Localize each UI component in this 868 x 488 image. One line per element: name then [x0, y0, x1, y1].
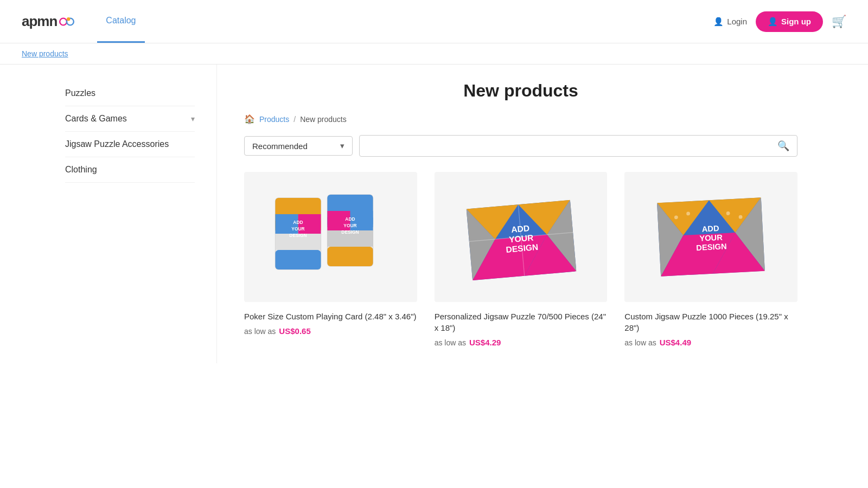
logo[interactable]: apmn [22, 13, 75, 30]
svg-point-0 [60, 18, 67, 25]
svg-text:YOUR: YOUR [699, 233, 723, 243]
sidebar-item-jigsaw-accessories[interactable]: Jigsaw Puzzle Accessories [65, 132, 195, 157]
product-image-0: ADD YOUR DESIGN ADD YOUR DESIGN [244, 172, 417, 302]
sidebar-item-puzzles[interactable]: Puzzles [65, 81, 195, 106]
header: apmn Catalog 👤 Login 👤 Sign up 🛒 [0, 0, 868, 43]
svg-rect-17 [327, 247, 373, 266]
breadcrumb-products[interactable]: Products [259, 115, 289, 124]
sidebar-item-clothing[interactable]: Clothing [65, 157, 195, 183]
sort-dropdown[interactable]: Recommended ▾ [244, 136, 353, 156]
svg-point-2 [67, 17, 70, 21]
signup-label: Sign up [781, 17, 811, 26]
products-grid: ADD YOUR DESIGN ADD YOUR DESIGN [244, 172, 797, 347]
signup-person-icon: 👤 [768, 17, 778, 27]
breadcrumb-separator: / [293, 115, 296, 124]
cart-icon: 🛒 [832, 15, 846, 28]
sidebar-label-puzzles: Puzzles [65, 88, 95, 98]
svg-text:YOUR: YOUR [291, 226, 304, 232]
product-price-prefix-2: as low as [624, 338, 656, 347]
product-image-1: ADD YOUR DESIGN [435, 172, 608, 302]
product-name-0: Poker Size Custom Playing Card (2.48" x … [244, 311, 417, 322]
search-icon: 🔍 [777, 140, 789, 151]
product-price-line-1: as low as US$4.29 [435, 338, 608, 347]
svg-text:ADD: ADD [293, 220, 303, 225]
product-name-2: Custom Jigsaw Puzzle 1000 Pieces (19.25"… [624, 311, 797, 333]
cart-button[interactable]: 🛒 [832, 15, 846, 29]
sort-arrow-icon: ▾ [340, 141, 344, 151]
product-price-line-2: as low as US$4.49 [624, 338, 797, 347]
signup-button[interactable]: 👤 Sign up [756, 11, 823, 32]
new-products-link[interactable]: New products [22, 49, 68, 58]
nav-catalog[interactable]: Catalog [97, 0, 144, 43]
filter-bar: Recommended ▾ 🔍 [244, 135, 797, 157]
sidebar-label-clothing: Clothing [65, 165, 97, 175]
product-card-2[interactable]: ADD YOUR DESIGN Custom Jigsaw Puzzle 100… [624, 172, 797, 347]
product-price-line-0: as low as US$0.65 [244, 326, 417, 336]
main-nav: Catalog [97, 0, 144, 43]
product-name-1: Personalized Jigsaw Puzzle 70/500 Pieces… [435, 311, 608, 333]
login-label: Login [727, 17, 747, 26]
svg-text:ADD: ADD [510, 223, 529, 234]
login-button[interactable]: 👤 Login [713, 17, 747, 27]
svg-rect-7 [275, 250, 321, 269]
product-card-0[interactable]: ADD YOUR DESIGN ADD YOUR DESIGN [244, 172, 417, 347]
logo-icon [58, 13, 75, 30]
sidebar-label-cards-games: Cards & Games [65, 114, 127, 124]
logo-text: apmn [22, 13, 57, 30]
page-layout: Puzzles Cards & Games ▾ Jigsaw Puzzle Ac… [43, 65, 825, 363]
svg-text:ADD: ADD [702, 224, 720, 234]
svg-text:ADD: ADD [345, 216, 355, 222]
sort-selected-label: Recommended [252, 142, 308, 151]
product-price-prefix-0: as low as [244, 327, 276, 336]
breadcrumb: 🏠 Products / New products [244, 114, 797, 124]
product-price-2: US$4.49 [660, 338, 691, 347]
product-image-2: ADD YOUR DESIGN [624, 172, 797, 302]
sidebar-label-jigsaw-accessories: Jigsaw Puzzle Accessories [65, 139, 169, 149]
svg-text:YOUR: YOUR [343, 223, 356, 228]
home-icon[interactable]: 🏠 [244, 114, 255, 124]
search-button[interactable]: 🔍 [777, 140, 789, 152]
subnav: New products [0, 43, 868, 65]
puzzle-small-svg: ADD YOUR DESIGN [452, 185, 590, 289]
main-content: New products 🏠 Products / New products R… [217, 65, 825, 363]
search-input[interactable] [367, 142, 777, 151]
person-icon: 👤 [713, 17, 724, 27]
product-card-1[interactable]: ADD YOUR DESIGN Personalized Jigsaw Puzz… [435, 172, 608, 347]
product-price-0: US$0.65 [279, 326, 310, 336]
svg-text:DESIGN: DESIGN [289, 233, 307, 238]
breadcrumb-current: New products [300, 115, 347, 124]
svg-text:DESIGN: DESIGN [341, 229, 359, 235]
cards-product-svg: ADD YOUR DESIGN ADD YOUR DESIGN [261, 185, 400, 289]
sidebar: Puzzles Cards & Games ▾ Jigsaw Puzzle Ac… [43, 65, 217, 363]
page-title: New products [244, 81, 797, 101]
chevron-down-icon: ▾ [191, 114, 195, 123]
product-price-prefix-1: as low as [435, 338, 466, 347]
product-price-1: US$4.29 [469, 338, 501, 347]
svg-text:DESIGN: DESIGN [696, 242, 727, 252]
puzzle-large-svg: ADD YOUR DESIGN [642, 185, 780, 289]
header-actions: 👤 Login 👤 Sign up 🛒 [713, 11, 846, 32]
sidebar-item-cards-games[interactable]: Cards & Games ▾ [65, 106, 195, 132]
search-box: 🔍 [359, 135, 797, 157]
